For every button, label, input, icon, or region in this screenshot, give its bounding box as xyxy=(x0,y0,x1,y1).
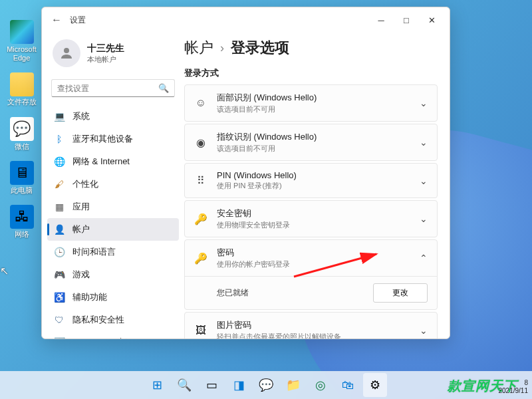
nav-icon: 🖌 xyxy=(54,179,65,190)
taskbar-chat[interactable]: 💬 xyxy=(254,373,278,397)
maximize-button[interactable]: □ xyxy=(394,10,419,30)
option-subtitle: 该选项目前不可用 xyxy=(217,104,410,114)
tray-date: 2021/9/11 xyxy=(499,387,529,395)
password-icon: 🔑 xyxy=(194,251,207,265)
sidebar-item-8[interactable]: ♿辅助功能 xyxy=(47,286,179,309)
settings-window: ← 设置 ─ □ ✕ 十三先生 本地帐户 🔍 💻系统ᛒ蓝牙和其他设备🌐网络 & … xyxy=(41,7,450,339)
option-subtitle: 使用物理安全密钥登录 xyxy=(217,220,410,230)
window-body: 十三先生 本地帐户 🔍 💻系统ᛒ蓝牙和其他设备🌐网络 & Internet🖌个性… xyxy=(42,33,450,338)
icon-label: 网络 xyxy=(15,230,29,239)
desktop-icon-edge[interactable]: Microsoft Edge xyxy=(3,20,40,63)
breadcrumb-parent[interactable]: 帐户 xyxy=(184,38,213,58)
nav-icon: 🔄 xyxy=(54,337,65,338)
taskbar-edge[interactable]: ◎ xyxy=(309,373,332,397)
change-button[interactable]: 更改 xyxy=(373,283,428,303)
taskbar-search[interactable]: 🔍 xyxy=(172,373,196,397)
chevron-up-icon: ⌃ xyxy=(420,253,428,263)
nav-icon: 💻 xyxy=(54,111,65,122)
option-title: 安全密钥 xyxy=(217,207,410,219)
chevron-down-icon: ⌄ xyxy=(420,137,428,148)
option-card-pin: ⠿ PIN (Windows Hello) 使用 PIN 登录(推荐) ⌄ xyxy=(184,163,438,198)
option-text: 指纹识别 (Windows Hello) 该选项目前不可用 xyxy=(217,131,410,154)
option-row[interactable]: ☺ 面部识别 (Windows Hello) 该选项目前不可用 ⌄ xyxy=(185,85,437,121)
nav-icon: 🛡 xyxy=(54,315,65,325)
taskbar-explorer[interactable]: 📁 xyxy=(281,373,305,397)
taskbar-widgets[interactable]: ◨ xyxy=(227,373,251,397)
close-button[interactable]: ✕ xyxy=(419,10,444,30)
option-row[interactable]: 🔑 安全密钥 使用物理安全密钥登录 ⌄ xyxy=(185,201,437,237)
content: 帐户 › 登录选项 登录方式 ☺ 面部识别 (Windows Hello) 该选… xyxy=(182,33,450,338)
chevron-down-icon: ⌄ xyxy=(420,213,428,224)
desktop-icon-network[interactable]: 🖧 网络 xyxy=(3,205,40,239)
option-row[interactable]: ⠿ PIN (Windows Hello) 使用 PIN 登录(推荐) ⌄ xyxy=(185,164,437,198)
nav-label: Windows 更新 xyxy=(72,336,127,338)
nav-label: 应用 xyxy=(72,201,90,213)
chevron-down-icon: ⌄ xyxy=(420,176,428,186)
search-icon: 🔍 xyxy=(158,83,169,93)
desktop-icon-wechat[interactable]: 💬 微信 xyxy=(3,117,40,151)
option-title: 指纹识别 (Windows Hello) xyxy=(217,131,410,143)
search-box[interactable]: 🔍 xyxy=(51,79,175,97)
nav-icon: 🎮 xyxy=(54,269,65,280)
option-row[interactable]: 🔑 密码 使用你的帐户密码登录 ⌃ xyxy=(185,240,437,276)
sidebar-item-7[interactable]: 🎮游戏 xyxy=(47,263,179,286)
nav-icon: 🕒 xyxy=(54,247,65,257)
key-icon: 🔑 xyxy=(194,212,207,225)
back-button[interactable]: ← xyxy=(47,11,66,29)
taskbar-start[interactable]: ⊞ xyxy=(145,373,169,397)
search-input[interactable] xyxy=(57,84,158,93)
option-card-password: 🔑 密码 使用你的帐户密码登录 ⌃ 您已就绪 更改 xyxy=(184,239,438,310)
desktop-icon-files[interactable]: 文件存放 xyxy=(3,72,40,106)
taskbar-store[interactable]: 🛍 xyxy=(336,373,360,397)
chevron-down-icon: ⌄ xyxy=(420,325,428,336)
option-text: PIN (Windows Hello) 使用 PIN 登录(推荐) xyxy=(217,170,410,191)
nav-label: 网络 & Internet xyxy=(72,156,130,168)
nav-icon: ᛒ xyxy=(54,134,65,144)
desktop-icon-thispc[interactable]: 🖥 此电脑 xyxy=(3,161,40,195)
icon-label: Microsoft Edge xyxy=(3,45,40,63)
option-subtitle: 轻扫并点击你最喜爱的照片以解锁设备 xyxy=(217,332,410,338)
breadcrumb: 帐户 › 登录选项 xyxy=(184,38,438,58)
option-title: 密码 xyxy=(217,247,410,259)
nav-label: 帐户 xyxy=(72,223,90,235)
minimize-button[interactable]: ─ xyxy=(368,10,394,30)
option-card-face: ☺ 面部识别 (Windows Hello) 该选项目前不可用 ⌄ xyxy=(184,84,438,122)
taskbar-settings[interactable]: ⚙ xyxy=(363,373,387,397)
taskbar-taskview[interactable]: ▭ xyxy=(200,373,223,397)
system-tray[interactable]: 8 2021/9/11 xyxy=(499,379,529,395)
desktop-icons: Microsoft Edge 文件存放 💬 微信 🖥 此电脑 🖧 网络 xyxy=(3,20,40,239)
sidebar-item-9[interactable]: 🛡隐私和安全性 xyxy=(47,309,179,331)
option-row[interactable]: 🖼 图片密码 轻扫并点击你最喜爱的照片以解锁设备 ⌄ xyxy=(185,313,437,338)
nav-label: 个性化 xyxy=(72,178,98,190)
network-icon: 🖧 xyxy=(10,205,34,229)
nav-label: 隐私和安全性 xyxy=(72,314,124,326)
chevron-down-icon: ⌄ xyxy=(420,98,428,108)
sidebar-item-2[interactable]: 🌐网络 & Internet xyxy=(47,150,179,173)
sidebar-item-4[interactable]: ▦应用 xyxy=(47,196,179,218)
cursor-icon: ↖ xyxy=(0,265,9,277)
folder-icon xyxy=(10,72,34,96)
sidebar-item-3[interactable]: 🖌个性化 xyxy=(47,173,179,196)
nav-label: 游戏 xyxy=(72,269,90,281)
window-title: 设置 xyxy=(70,15,86,26)
sidebar-item-1[interactable]: ᛒ蓝牙和其他设备 xyxy=(47,128,179,150)
option-text: 面部识别 (Windows Hello) 该选项目前不可用 xyxy=(217,92,410,114)
profile[interactable]: 十三先生 本地帐户 xyxy=(47,35,179,76)
face-icon: ☺ xyxy=(194,96,207,110)
nav-label: 时间和语言 xyxy=(72,246,116,258)
title-bar: ← 设置 ─ □ ✕ xyxy=(42,7,450,33)
option-row[interactable]: ◉ 指纹识别 (Windows Hello) 该选项目前不可用 ⌄ xyxy=(185,124,437,160)
sidebar-item-10[interactable]: 🔄Windows 更新 xyxy=(47,331,179,338)
nav-icon: 🌐 xyxy=(54,156,65,167)
pin-icon: ⠿ xyxy=(194,174,207,188)
sidebar-item-0[interactable]: 💻系统 xyxy=(47,105,179,128)
option-text: 安全密钥 使用物理安全密钥登录 xyxy=(217,207,410,230)
sidebar-item-6[interactable]: 🕒时间和语言 xyxy=(47,241,179,263)
nav-icon: ♿ xyxy=(54,292,65,303)
option-subtitle: 使用你的帐户密码登录 xyxy=(217,259,410,269)
option-card-fingerprint: ◉ 指纹识别 (Windows Hello) 该选项目前不可用 ⌄ xyxy=(184,124,438,161)
sidebar-item-5[interactable]: 👤帐户 xyxy=(47,218,179,241)
option-card-key: 🔑 安全密钥 使用物理安全密钥登录 ⌄ xyxy=(184,200,438,237)
option-status: 您已就绪 xyxy=(194,287,373,299)
option-title: PIN (Windows Hello) xyxy=(217,170,410,180)
